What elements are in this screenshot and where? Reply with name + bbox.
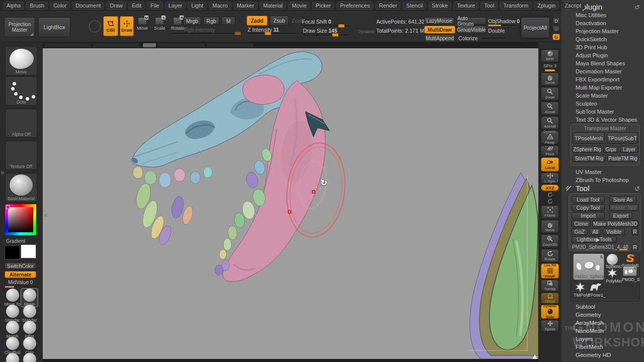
zplugin-item-scale-master[interactable]: Scale Master <box>561 92 644 100</box>
quick-brush-move-to[interactable]: Move To <box>4 289 21 307</box>
right-panel-divider-handle[interactable]: › <box>556 177 558 183</box>
menu-item-alpha[interactable]: Alpha <box>3 2 24 10</box>
tposemesh-button[interactable]: TPoseMesh <box>573 132 605 144</box>
tool-item-r-button[interactable]: R <box>631 244 638 250</box>
shelf-rotate-button[interactable]: Rotate <box>541 249 559 262</box>
focal-shift-handle[interactable] <box>338 24 345 28</box>
tool-restore-icon[interactable]: ↺ <box>634 185 640 193</box>
tool-thumbnail-simpleb[interactable]: SSimpleB <box>622 252 639 263</box>
quick-brush-claybuil[interactable]: ClayBuil <box>4 337 21 355</box>
menu-item-file[interactable]: File <box>147 2 163 10</box>
z-intensity-slider[interactable] <box>247 33 297 34</box>
menu-item-marker[interactable]: Marker <box>233 2 258 10</box>
make-polymesh3d-button[interactable]: Make PolyMesh3D <box>592 220 638 227</box>
strip-scrubber[interactable] <box>143 43 156 47</box>
zsub-button[interactable]: Zsub <box>270 16 289 26</box>
goz-r-button[interactable]: R <box>631 228 638 235</box>
tool-thumbnail-tpose1-[interactable]: TPose1_ <box>588 281 603 293</box>
zplugin-item-fbx-exportimport[interactable]: FBX ExportImport <box>561 75 644 83</box>
tool-section-fibermesh[interactable]: FiberMesh <box>561 343 644 351</box>
menu-item-material[interactable]: Material <box>260 2 286 10</box>
tpose-subt-button[interactable]: TPose|SubT <box>607 132 638 144</box>
quick-brush-standar[interactable]: Standar <box>4 305 21 323</box>
main-color-swatch[interactable] <box>5 245 20 259</box>
projection-master-button[interactable]: Projection Master <box>4 17 35 37</box>
paste-tool-button[interactable]: Paste Tool <box>609 204 638 211</box>
alternate-button[interactable]: Alternate <box>5 271 36 278</box>
shelf-actual-button[interactable]: Actual <box>541 102 559 115</box>
zplugin-item-multi-map-exporter[interactable]: Multi Map Exporter <box>561 83 644 92</box>
shelf-bpr-button[interactable]: BPR <box>541 49 559 62</box>
gradient-label[interactable]: Gradient <box>6 238 25 244</box>
zplugin-item-subtool-master[interactable]: SubTool Master <box>561 108 644 116</box>
export-button[interactable]: Export <box>609 212 632 219</box>
multiappend-button[interactable]: MultiAppend <box>424 35 455 42</box>
shelf-frame-button[interactable]: Frame <box>541 205 559 219</box>
menu-item-stroke[interactable]: Stroke <box>428 2 451 10</box>
menu-item-texture[interactable]: Texture <box>453 2 478 10</box>
timeline-strip[interactable] <box>43 42 538 48</box>
shelf-xyz-toggle[interactable]: XYZ <box>541 185 559 191</box>
midvalue-slider[interactable] <box>5 286 36 288</box>
zplugin-item-misc-utilities[interactable]: Misc Utilities <box>561 11 644 19</box>
quick-brush-clay[interactable]: Clay <box>21 337 38 355</box>
edge-button-d[interactable]: D <box>552 18 560 24</box>
shelf-zoom-button[interactable]: Zoom <box>541 87 559 101</box>
rgb-button[interactable]: Rgb <box>203 17 219 25</box>
zplugin-item-projection-master[interactable]: Projection Master <box>561 27 644 35</box>
transpose-master-title[interactable]: Transpose Master <box>571 125 639 131</box>
projectall-button[interactable]: ProjectAll <box>521 17 550 38</box>
copy-tool-button[interactable]: Copy Tool <box>572 204 605 211</box>
canvas-left-divider-handle[interactable]: « <box>44 211 48 218</box>
zadd-button[interactable]: Zadd <box>247 16 268 26</box>
pastetm-rig-button[interactable]: PasteTM Rig <box>607 155 638 162</box>
save-as-button[interactable]: Save As <box>609 196 636 203</box>
shelf-polyf-button[interactable]: Line FillPolyF <box>541 263 559 279</box>
shelf-xpose-button[interactable]: Xpose <box>541 320 559 332</box>
groupvisible-button[interactable]: GroupVisible <box>457 26 486 34</box>
zplugin-item-adjust-plugin[interactable]: Adjust Plugin <box>561 51 644 59</box>
rgb-intensity-handle[interactable] <box>234 32 241 35</box>
secondary-color-swatch[interactable] <box>21 244 36 258</box>
menu-item-transform[interactable]: Transform <box>500 2 532 10</box>
shelf-solo-button[interactable]: DynamicSolo <box>541 305 559 319</box>
menu-item-picker[interactable]: Picker <box>312 2 335 10</box>
draw-size-handle[interactable] <box>332 33 339 37</box>
menu-item-layer[interactable]: Layer <box>165 2 186 10</box>
clone-button[interactable]: Clone <box>572 220 591 227</box>
shelf-local-button[interactable]: Local <box>541 157 559 171</box>
quick-brush-partial[interactable] <box>4 353 21 362</box>
quick-brush-move[interactable]: Move <box>21 289 38 307</box>
layer-button[interactable]: Layer <box>620 146 638 153</box>
zplugin-item-uv-master[interactable]: UV Master <box>561 168 644 176</box>
shelf-spin-icon[interactable] <box>541 199 559 204</box>
shelf-spin-icon[interactable] <box>541 192 559 198</box>
all-button[interactable]: All <box>589 228 601 235</box>
shelf-spix-slider[interactable]: SPix 3 <box>541 63 559 71</box>
grps-button[interactable]: Grps <box>603 146 618 153</box>
storetm-rig-button[interactable]: StoreTM Rig <box>573 155 606 162</box>
shelf-zoom3d-button[interactable]: Zoom3D <box>541 234 559 248</box>
quick-brush-standar[interactable]: Standar <box>21 305 38 323</box>
left-panel-divider-handle[interactable]: » <box>1 169 5 176</box>
shelf-ghost-button[interactable]: Ghost <box>541 293 559 304</box>
shelf-transp-button[interactable]: Transp <box>541 280 559 292</box>
quick-brush-partial[interactable] <box>21 353 38 362</box>
shelf-persp-button[interactable]: DynamicPersp <box>541 131 559 144</box>
zplugin-item-deactivation[interactable]: Deactivation <box>561 19 644 27</box>
rotate-mode-button[interactable]: RRotate <box>171 17 185 31</box>
scale-mode-button[interactable]: SScale <box>154 17 166 31</box>
lazymouse-button[interactable]: LazyMouse <box>424 17 454 25</box>
tool-section-nanomesh[interactable]: NanoMesh <box>561 327 644 335</box>
zplugin-restore-icon[interactable]: ↺ <box>634 4 640 11</box>
switchcolor-button[interactable]: SwitchColor <box>5 262 36 269</box>
lightbox-tools-button[interactable]: Lightbox▶Tools <box>572 236 617 243</box>
tool-section-geometry[interactable]: Geometry <box>561 311 644 319</box>
multidraw-button[interactable]: MultiDraw <box>424 26 455 34</box>
menu-item-movie[interactable]: Movie <box>288 2 310 10</box>
quick-brush-inflat[interactable]: Inflat <box>21 321 38 339</box>
mrgb-button[interactable]: Mrgb <box>183 17 201 25</box>
rgb-intensity-slider[interactable] <box>172 33 242 34</box>
shelf-scroll-button[interactable]: Scroll <box>541 72 559 86</box>
current-brush-thumbnail[interactable]: Move <box>5 46 37 75</box>
